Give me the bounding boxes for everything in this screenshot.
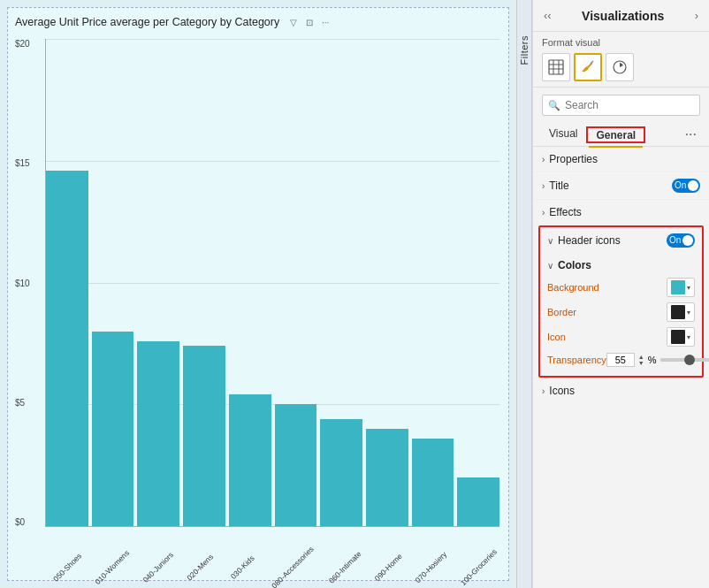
title-label: Title xyxy=(549,179,672,192)
chevron-right-icon: › xyxy=(542,181,545,191)
format-icons-row xyxy=(533,51,709,88)
x-label-040-Juniors: 040-Juniors xyxy=(141,550,174,584)
bar-050-Shoes[interactable] xyxy=(46,171,88,526)
panel-header: ‹‹ Visualizations › xyxy=(533,0,709,32)
y-label-20: $20 xyxy=(15,39,30,49)
y-label-0: $0 xyxy=(15,517,30,527)
dropdown-arrow-icon: ▾ xyxy=(687,284,690,292)
more-icon[interactable]: ··· xyxy=(318,15,332,29)
bar-090-Home[interactable] xyxy=(366,429,408,526)
search-box[interactable]: 🔍 xyxy=(542,95,700,116)
svg-rect-0 xyxy=(549,60,563,74)
filters-tab[interactable]: Filters xyxy=(516,0,532,588)
section-icons[interactable]: › Icons xyxy=(533,378,709,403)
y-axis-labels: $20 $15 $10 $5 $0 xyxy=(15,39,30,527)
background-label: Background xyxy=(547,282,599,293)
dropdown-arrow-icon: ▾ xyxy=(687,309,690,317)
bar-070-Hosiery[interactable] xyxy=(412,439,454,526)
x-label-020-Mens: 020-Mens xyxy=(184,551,217,584)
x-label-070-Hosiery: 070-Hosiery xyxy=(414,550,448,584)
format-table-icon[interactable] xyxy=(542,53,570,81)
bar-030-Kids[interactable] xyxy=(229,394,271,526)
border-swatch xyxy=(671,305,685,319)
background-color-button[interactable]: ▾ xyxy=(667,278,695,297)
header-icons-label: Header icons xyxy=(558,234,667,247)
spin-up-icon[interactable]: ▲ xyxy=(638,354,644,360)
panel-collapse-icon[interactable]: ‹‹ xyxy=(542,7,553,24)
icon-swatch xyxy=(671,330,685,344)
properties-label: Properties xyxy=(549,153,700,165)
transparency-row: Transparency ▲ ▼ % xyxy=(547,349,695,370)
filters-label: Filters xyxy=(519,35,530,65)
chart-container: Average Unit Price average per Category … xyxy=(7,7,509,581)
transparency-label: Transparency xyxy=(547,355,606,365)
toggle-knob xyxy=(682,235,693,246)
bar-060-Intimate[interactable] xyxy=(320,419,362,526)
svg-line-5 xyxy=(591,61,593,64)
x-label-080-Accessories: 080-Accessories xyxy=(270,545,316,588)
chevron-down-icon: ∨ xyxy=(547,236,553,246)
colors-section: ∨ Colors Background ▾ Border ▾ xyxy=(540,254,702,376)
x-label-030-Kids: 030-Kids xyxy=(225,551,259,584)
section-title[interactable]: › Title On xyxy=(533,172,709,200)
chart-title: Average Unit Price average per Category … xyxy=(15,15,501,29)
section-effects[interactable]: › Effects xyxy=(533,200,709,225)
header-icons-row[interactable]: ∨ Header icons On xyxy=(540,227,702,254)
y-label-15: $15 xyxy=(15,158,30,168)
chart-title-text: Average Unit Price average per Category … xyxy=(15,16,279,28)
color-row-background: Background ▾ xyxy=(547,275,695,300)
chevron-down-icon: ∨ xyxy=(547,261,553,271)
chevron-right-icon: › xyxy=(542,155,545,164)
format-paintbrush-icon[interactable] xyxy=(574,53,602,81)
tabs-row: Visual General ··· xyxy=(533,123,709,147)
header-icons-toggle[interactable]: On xyxy=(667,233,695,248)
x-labels: 050-Shoes010-Womens040-Juniors020-Mens03… xyxy=(45,561,499,573)
search-input[interactable] xyxy=(565,99,694,111)
chart-title-icons: ▽ ⊡ ··· xyxy=(286,15,332,29)
x-label-050-Shoes: 050-Shoes xyxy=(50,551,84,584)
spin-down-icon[interactable]: ▼ xyxy=(638,360,644,366)
chart-area: Average Unit Price average per Category … xyxy=(0,0,516,588)
background-swatch xyxy=(671,280,685,294)
section-properties[interactable]: › Properties xyxy=(533,147,709,172)
more-options-button[interactable]: ··· xyxy=(682,125,700,144)
bar-100-Groceries[interactable] xyxy=(457,477,499,526)
chevron-right-icon: › xyxy=(542,208,545,218)
border-color-button[interactable]: ▾ xyxy=(667,302,695,322)
panel-expand-icon[interactable]: › xyxy=(693,7,700,24)
bar-080-Accessories[interactable] xyxy=(275,404,317,526)
format-analytics-icon[interactable] xyxy=(606,53,634,81)
bar-020-Mens[interactable] xyxy=(183,346,225,526)
pct-spinner[interactable]: ▲ ▼ xyxy=(638,354,644,366)
percent-sign: % xyxy=(648,355,657,365)
format-visual-label: Format visual xyxy=(533,32,709,51)
colors-header[interactable]: ∨ Colors xyxy=(547,254,695,275)
bar-040-Juniors[interactable] xyxy=(137,341,179,526)
transparency-slider[interactable] xyxy=(660,358,709,362)
tab-general[interactable]: General xyxy=(589,125,643,148)
filter-icon[interactable]: ▽ xyxy=(286,15,301,29)
title-toggle[interactable]: On xyxy=(672,179,700,193)
slider-knob[interactable] xyxy=(684,355,695,365)
effects-label: Effects xyxy=(549,206,700,218)
colors-label: Colors xyxy=(558,259,591,271)
border-label: Border xyxy=(547,307,576,317)
x-label-090-Home: 090-Home xyxy=(371,551,405,584)
color-row-icon: Icon ▾ xyxy=(547,325,695,349)
icons-label: Icons xyxy=(549,385,700,397)
y-label-5: $5 xyxy=(15,398,30,408)
transparency-input[interactable] xyxy=(606,353,635,367)
x-label-010-Womens: 010-Womens xyxy=(94,548,132,586)
panel-title: Visualizations xyxy=(582,9,664,23)
tab-visual[interactable]: Visual xyxy=(542,123,584,146)
icon-color-button[interactable]: ▾ xyxy=(667,327,695,347)
dropdown-arrow-icon: ▾ xyxy=(687,333,690,341)
chevron-right-icon: › xyxy=(542,386,545,396)
transparency-input-group: ▲ ▼ % xyxy=(606,353,709,367)
icon-label: Icon xyxy=(547,332,566,342)
x-label-100-Groceries: 100-Groceries xyxy=(459,547,499,587)
bar-chart xyxy=(45,39,499,527)
bar-010-Womens[interactable] xyxy=(92,332,134,526)
right-panel: ‹‹ Visualizations › Format visual xyxy=(532,0,709,588)
expand-icon[interactable]: ⊡ xyxy=(302,15,316,29)
